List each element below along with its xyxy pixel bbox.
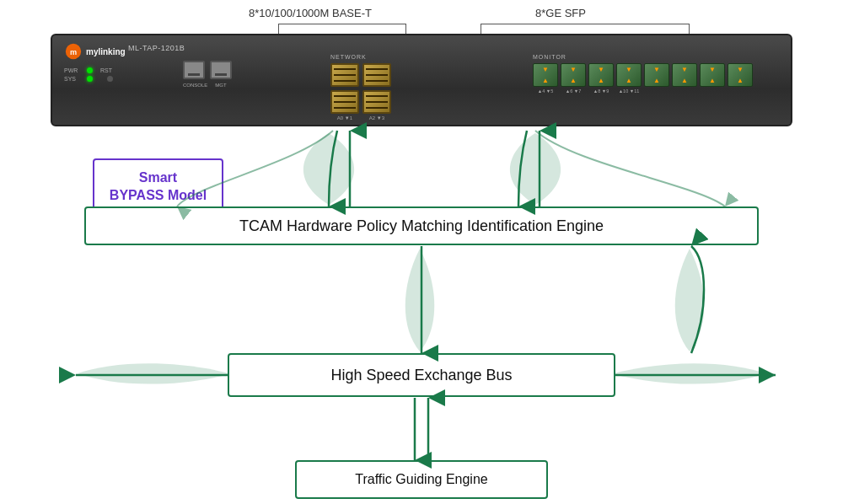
sfp-port-1 bbox=[561, 63, 586, 87]
brand-area: m mylinking bbox=[64, 42, 126, 61]
device-chassis: m mylinking ML-TAP-1201B PWR RST SYS CON… bbox=[51, 34, 792, 126]
monitor-label: MONITOR bbox=[533, 54, 753, 60]
sfp-port-5 bbox=[672, 63, 697, 87]
sfp-port-4 bbox=[644, 63, 669, 87]
copper-port-2 bbox=[330, 90, 359, 114]
tcam-box: TCAM Hardware Policy Matching Identifica… bbox=[84, 206, 759, 245]
sys-label: SYS bbox=[64, 76, 83, 82]
sfp-port-6 bbox=[700, 63, 725, 87]
sys-led bbox=[87, 76, 93, 82]
pwr-led bbox=[87, 67, 93, 73]
mgt-port bbox=[210, 61, 232, 79]
console-mgt-ports: CONSOLE MGT bbox=[183, 61, 232, 88]
sfp-label: 8*GE SFP bbox=[535, 7, 586, 19]
copper-port-3 bbox=[362, 90, 391, 114]
hseb-label: High Speed Exchange Bus bbox=[330, 367, 512, 384]
rst-label: RST bbox=[100, 67, 112, 73]
brand-logo: m bbox=[64, 42, 83, 61]
network-label: NETWORK bbox=[330, 54, 391, 60]
pwr-label: PWR bbox=[64, 67, 83, 73]
monitor-section: MONITOR ▲4 ▼5 ▲6 ▼7 ▲8 ▼9 ▲10 ▼11 bbox=[533, 54, 753, 94]
tcam-label: TCAM Hardware Policy Matching Identifica… bbox=[239, 217, 604, 235]
copper-port-1 bbox=[362, 63, 391, 87]
tge-label: Traffic Guiding Engine bbox=[355, 472, 487, 487]
tge-box: Traffic Guiding Engine bbox=[295, 460, 548, 499]
brand-name: mylinking bbox=[86, 47, 126, 56]
console-port bbox=[183, 61, 205, 79]
network-section: NETWORK A0 ▼1 A2 ▼3 bbox=[330, 54, 391, 121]
svg-text:m: m bbox=[70, 48, 77, 56]
bypass-text: Smart BYPASS Model bbox=[110, 169, 207, 205]
base-t-label: 8*10/100/1000M BASE-T bbox=[249, 7, 372, 19]
rst-led bbox=[107, 76, 113, 82]
sfp-port-7 bbox=[728, 63, 753, 87]
sfp-port-3 bbox=[616, 63, 642, 87]
console-label: CONSOLE bbox=[183, 83, 205, 88]
sfp-port-0 bbox=[533, 63, 558, 87]
copper-port-0 bbox=[330, 63, 359, 87]
led-panel: PWR RST SYS bbox=[64, 67, 113, 84]
mgt-label: MGT bbox=[210, 83, 232, 88]
model-name: ML-TAP-1201B bbox=[128, 44, 185, 52]
sfp-port-2 bbox=[588, 63, 614, 87]
hseb-box: High Speed Exchange Bus bbox=[228, 353, 615, 397]
